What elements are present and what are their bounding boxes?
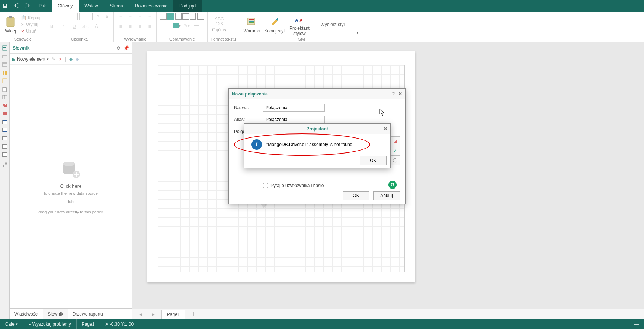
bold-icon[interactable]: B — [48, 23, 55, 30]
align-right-icon[interactable]: ≡ — [136, 23, 144, 30]
new-element-button[interactable]: ⊞ Nowy element ▾ — [12, 57, 49, 62]
strip-icon-9[interactable] — [0, 110, 9, 117]
tab-strona[interactable]: Strona — [104, 0, 129, 12]
strip-icon-2[interactable] — [0, 53, 9, 60]
border-bottom-icon[interactable] — [197, 13, 204, 20]
msg-close-icon[interactable]: ✕ — [384, 126, 387, 132]
tab-wstaw[interactable]: Wstaw — [79, 0, 104, 12]
fill-color-icon[interactable]: ▾ — [173, 22, 181, 29]
nav-down-icon[interactable]: ◆ — [76, 57, 79, 62]
grammarly-icon[interactable]: G — [388, 181, 397, 189]
page-next-icon[interactable]: ► — [149, 312, 158, 317]
edit-icon[interactable]: ✎ — [52, 57, 55, 62]
remove-icon[interactable]: ✕ — [58, 57, 62, 62]
tab-report-tree[interactable]: Drzewo raportu — [68, 309, 108, 319]
align-top-icon[interactable]: ≡ — [117, 13, 124, 20]
gear-icon[interactable]: ⚙ — [116, 45, 121, 51]
font-family-combo[interactable] — [48, 13, 78, 20]
align-left-icon[interactable]: ≡ — [117, 23, 124, 30]
save-icon[interactable] — [2, 3, 8, 9]
dictionary-panel-toolbar: ⊞ Nowy element ▾ ✎ ✕ | ◆ ◆ — [10, 54, 132, 65]
strip-icon-8[interactable]: A — [0, 102, 9, 109]
border-left-icon[interactable] — [175, 13, 182, 20]
tab-glowny[interactable]: Główny — [52, 0, 79, 12]
database-icon[interactable] — [61, 159, 81, 180]
page-prev-icon[interactable]: ◄ — [136, 312, 145, 317]
conn-info-icon[interactable]: ⓘ — [390, 156, 400, 165]
tab-plik[interactable]: Plik — [33, 0, 52, 12]
undo-icon[interactable] — [13, 3, 19, 9]
name-input[interactable] — [263, 104, 325, 112]
strip-icon-7[interactable] — [0, 94, 9, 101]
help-icon[interactable]: ? — [392, 91, 395, 97]
status-page[interactable]: Page1 — [77, 319, 100, 329]
ask-credentials-checkbox[interactable] — [263, 183, 268, 188]
strip-icon-3[interactable] — [0, 61, 9, 68]
msg-ok-button[interactable]: OK — [360, 156, 387, 165]
font-color-icon[interactable]: A — [93, 23, 100, 30]
add-page-icon[interactable]: + — [189, 310, 198, 318]
unit-button[interactable]: Cale▾ — [0, 319, 23, 329]
conn-check-icon[interactable]: ✓ — [390, 146, 400, 156]
paste-button[interactable]: Wklej — [3, 16, 18, 34]
strip-icon-11[interactable] — [0, 126, 9, 134]
tab-dictionary[interactable]: Słownik — [43, 309, 68, 319]
align-middle-icon[interactable]: ≡ — [126, 13, 134, 20]
click-here-label[interactable]: Click here — [60, 183, 82, 189]
border-fill-icon[interactable] — [167, 13, 174, 20]
conn-ok-button[interactable]: OK — [343, 191, 369, 200]
tab-properties[interactable]: Właściwości — [10, 309, 43, 319]
style-dropdown-icon[interactable]: ▾ — [354, 29, 361, 36]
align-vtop-icon[interactable]: ≡ — [146, 13, 153, 20]
copy-button[interactable]: 📋Kopiuj — [19, 15, 42, 21]
textformat-button[interactable]: ABC 123 Ogólny — [211, 17, 228, 32]
close-icon[interactable]: ✕ — [398, 91, 402, 97]
nav-up-icon[interactable]: ◆ — [69, 57, 73, 62]
align-group-label: Wyrównanie — [117, 36, 153, 41]
delete-button[interactable]: ✕Usuń — [19, 28, 42, 34]
italic-icon[interactable]: I — [59, 23, 67, 30]
ask-credentials-label: Pytaj o użytkownika i hasło — [270, 183, 324, 188]
border-all-icon[interactable] — [160, 13, 167, 20]
strip-icon-10[interactable] — [0, 118, 9, 126]
strike-icon[interactable]: abc — [81, 23, 89, 30]
font-grow-icon[interactable]: A — [94, 13, 102, 20]
redo-icon[interactable] — [25, 3, 31, 9]
tab-podglad[interactable]: Podgląd — [173, 0, 202, 12]
tools-icon[interactable] — [0, 161, 9, 168]
align-center-icon[interactable]: ≡ — [126, 23, 134, 30]
strip-icon-12[interactable] — [0, 135, 9, 142]
conditions-button[interactable]: Warunki — [242, 16, 262, 34]
page-tab-1[interactable]: Page1 — [161, 310, 186, 319]
styledesigner-button[interactable]: AA Projektant stylów — [288, 13, 311, 36]
designer-message-titlebar[interactable]: Projektant ✕ — [244, 124, 390, 134]
underline-icon[interactable]: U — [70, 23, 78, 30]
font-size-combo[interactable] — [79, 13, 93, 20]
strip-icon-6[interactable] — [0, 85, 9, 93]
cut-button[interactable]: ✂Wytnij — [19, 22, 42, 28]
conn-cancel-button[interactable]: Anuluj — [373, 191, 400, 200]
border-right-icon[interactable] — [190, 13, 196, 20]
align-bottom-icon[interactable]: ≡ — [136, 13, 144, 20]
pin-icon[interactable]: 📌 — [124, 45, 129, 51]
strip-icon-13[interactable] — [0, 143, 9, 150]
tab-rozmieszczenie[interactable]: Rozmieszczenie — [129, 0, 173, 12]
copystyle-button[interactable]: Kopiuj styl — [263, 16, 286, 34]
border-weight-icon[interactable]: ━▾ — [193, 22, 200, 29]
conn-clear-icon[interactable]: ◢ — [390, 136, 400, 146]
align-justify-icon[interactable]: ≡ — [146, 23, 153, 30]
svg-rect-14 — [5, 71, 7, 75]
choose-style-box[interactable]: Wybierz styl — [313, 16, 352, 33]
strip-icon-5[interactable] — [0, 77, 9, 85]
alias-input[interactable] — [263, 116, 325, 124]
font-shrink-icon[interactable]: A — [103, 13, 110, 20]
search-problems-button[interactable]: ▸Wyszukaj problemy — [23, 319, 77, 329]
strip-icon-14[interactable] — [0, 151, 9, 158]
border-style-icon[interactable]: ✎▾ — [183, 22, 190, 29]
border-none-icon[interactable] — [164, 22, 171, 29]
border-top-icon[interactable] — [182, 13, 189, 20]
strip-icon-4[interactable] — [0, 69, 9, 76]
strip-icon-1[interactable] — [0, 44, 9, 52]
status-minimize-icon[interactable]: — — [629, 319, 644, 329]
new-connection-titlebar[interactable]: Nowe połączenie ? ✕ — [229, 89, 405, 99]
